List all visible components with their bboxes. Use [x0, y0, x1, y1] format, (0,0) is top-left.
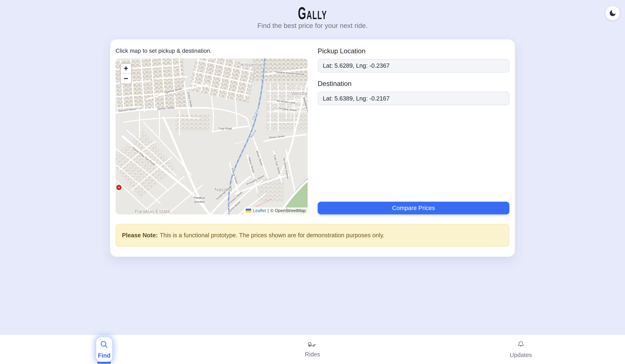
map-zoom-control: + −: [120, 63, 132, 84]
map-label: Tulip Road: [219, 127, 232, 130]
planner-card: Click map to set pickup & destination.: [110, 39, 515, 257]
zoom-out-button[interactable]: −: [121, 74, 131, 84]
moon-icon: [609, 9, 617, 17]
nav-label-rides: Rides: [305, 351, 320, 358]
app-screen: Gally Find the best price for your next …: [0, 0, 625, 364]
scooter-icon: [308, 341, 317, 348]
map-label: Parakuo Estate: [135, 209, 170, 214]
note-title: Please Note:: [122, 232, 158, 239]
leaflet-link[interactable]: Leaflet: [253, 208, 266, 213]
note-body: This is a functional prototype. The pric…: [160, 232, 384, 239]
search-icon: [100, 340, 109, 349]
map-label: Junction: [194, 200, 205, 204]
nav-label-updates: Updates: [510, 352, 532, 359]
header: Gally Find the best price for your next …: [0, 0, 625, 30]
pickup-label: Pickup Location: [318, 47, 509, 55]
destination-label: Destination: [318, 80, 509, 88]
map-tiles: Kisseman Kwame Asante Avenue Westla Nii …: [116, 59, 308, 214]
note-box: Please Note: This is a functional protot…: [116, 224, 509, 247]
ukraine-flag-icon: [246, 209, 251, 213]
map-hint: Click map to set pickup & destination.: [116, 47, 308, 55]
map[interactable]: Kisseman Kwame Asante Avenue Westla Nii …: [116, 59, 308, 214]
nav-item-rides[interactable]: Rides: [305, 341, 320, 358]
map-label: Westla: [291, 91, 307, 96]
bottom-nav: Find Rides: [0, 335, 625, 364]
nav-item-updates[interactable]: Updates: [510, 340, 532, 359]
page-subtitle: Find the best price for your next ride.: [0, 22, 625, 30]
map-attribution: Leaflet | © OpenStreetMap: [244, 208, 308, 214]
theme-toggle-button[interactable]: [605, 6, 620, 20]
active-tab-indicator: [97, 362, 111, 364]
bell-icon: [517, 340, 525, 349]
page-title: Gally: [298, 3, 327, 23]
pickup-input[interactable]: [318, 59, 509, 73]
map-label: Parakuo: [194, 196, 205, 200]
zoom-in-button[interactable]: +: [121, 64, 131, 74]
map-label: Kisseman: [241, 62, 264, 67]
compare-prices-button[interactable]: Compare Prices: [318, 202, 509, 214]
destination-input[interactable]: [318, 92, 509, 105]
attribution-separator: |: [268, 208, 269, 213]
nav-item-find[interactable]: Find: [96, 337, 112, 362]
osm-attribution: © OpenStreetMap: [270, 208, 306, 213]
nav-label-find: Find: [98, 352, 111, 359]
